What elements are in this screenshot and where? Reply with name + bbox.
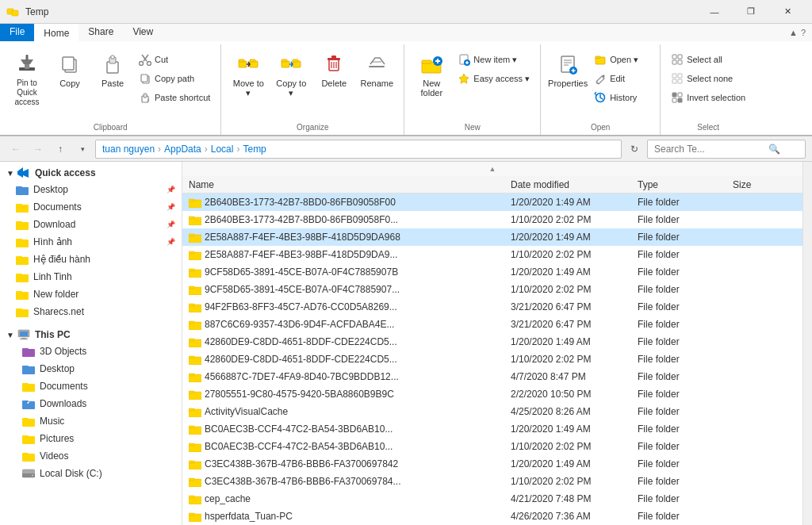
- properties-button[interactable]: Properties: [547, 48, 588, 95]
- forward-button[interactable]: →: [29, 140, 48, 159]
- table-row[interactable]: 2E58A887-F4EF-4BE3-98BF-418D5D9DA9...1/1…: [182, 246, 802, 263]
- breadcrumb-item[interactable]: AppData: [164, 144, 201, 155]
- svg-marker-68: [17, 167, 29, 178]
- table-row[interactable]: hsperfdata_Tuan-PC4/26/2020 7:36 AMFile …: [182, 508, 802, 525]
- history-button[interactable]: History: [590, 89, 653, 106]
- minimize-button[interactable]: —: [696, 0, 733, 24]
- move-to-button[interactable]: Move to ▾: [228, 48, 269, 102]
- file-date-cell: 1/20/2020 1:49 AM: [511, 458, 638, 469]
- file-name-text: 2B640BE3-1773-42B7-8BD0-86FB09058F00: [205, 197, 396, 208]
- sidebar-item-desktop[interactable]: Desktop 📌: [0, 181, 182, 198]
- refresh-button[interactable]: ↻: [625, 140, 644, 159]
- sidebar-item-linh-tinh[interactable]: Linh Tinh: [0, 268, 182, 285]
- help-btn[interactable]: ?: [801, 28, 806, 37]
- quick-access-header[interactable]: ▼ Quick access: [0, 165, 182, 181]
- table-row[interactable]: 94F2FB63-8FF3-45C7-AD76-CC0D5A8269...3/2…: [182, 298, 802, 316]
- sidebar-item-local-disk[interactable]: Local Disk (C:): [0, 465, 182, 482]
- recent-button[interactable]: ▾: [73, 140, 92, 159]
- sidebar-item-videos[interactable]: Videos: [0, 447, 182, 465]
- new-item-button[interactable]: New item ▾: [454, 51, 534, 68]
- table-row[interactable]: 2B640BE3-1773-42B7-8BD0-86FB09058F0...1/…: [182, 211, 802, 228]
- select-all-button[interactable]: Select all: [667, 51, 749, 68]
- column-size[interactable]: Size: [733, 179, 796, 190]
- new-folder-sidebar-icon: [16, 289, 29, 300]
- paste-shortcut-button[interactable]: ↗ Paste shortcut: [135, 89, 214, 106]
- breadcrumb-item[interactable]: Local: [211, 144, 234, 155]
- svg-rect-137: [189, 461, 194, 463]
- column-name[interactable]: Name: [189, 179, 511, 190]
- window-controls[interactable]: — ❐ ✕: [696, 0, 806, 24]
- search-box[interactable]: 🔍: [647, 140, 806, 159]
- copy-to-button[interactable]: Copy to ▾: [270, 48, 312, 102]
- copy-path-button[interactable]: Copy path: [135, 70, 214, 87]
- column-type[interactable]: Type: [638, 179, 733, 190]
- rename-button[interactable]: Rename: [356, 48, 397, 95]
- this-pc-header[interactable]: ▼ This PC: [0, 327, 182, 343]
- close-button[interactable]: ✕: [769, 0, 806, 24]
- invert-selection-button[interactable]: Invert selection: [667, 89, 749, 106]
- table-row[interactable]: C3EC438B-367B-47B6-BBB6-FA37006978421/20…: [182, 455, 802, 473]
- file-name-cell: ActivityVisualCache: [189, 406, 511, 417]
- back-button[interactable]: ←: [6, 140, 25, 159]
- easy-access-button[interactable]: Easy access ▾: [454, 70, 534, 87]
- breadcrumb-item[interactable]: tuan nguyen: [102, 144, 155, 155]
- table-row[interactable]: 9CF58D65-3891-45CE-B07A-0F4C7885907...1/…: [182, 281, 802, 298]
- search-input[interactable]: [654, 144, 765, 155]
- svg-rect-123: [189, 339, 194, 341]
- folder-icon: [189, 354, 201, 365]
- table-row[interactable]: 27805551-9C80-4575-9420-5BA8860B9B9C2/2/…: [182, 385, 802, 403]
- file-name-cell: C3EC438B-367B-47B6-BBB6-FA3700697842: [189, 458, 511, 469]
- sidebar-item-desktop-pc[interactable]: Desktop: [0, 360, 182, 377]
- breadcrumb[interactable]: tuan nguyen › AppData › Local › Temp: [95, 140, 622, 159]
- table-row[interactable]: ActivityVisualCache4/25/2020 8:26 AMFile…: [182, 403, 802, 420]
- sidebar-item-download[interactable]: Download 📌: [0, 216, 182, 233]
- sidebar-item-downloads-pc[interactable]: Downloads: [0, 395, 182, 412]
- sidebar-item-documents-pc[interactable]: Documents: [0, 377, 182, 395]
- tab-file[interactable]: File: [0, 24, 34, 41]
- sidebar-item-pictures[interactable]: Pictures: [0, 430, 182, 447]
- table-row[interactable]: 42860DE9-C8DD-4651-8DDF-CDE224CD5...1/10…: [182, 351, 802, 368]
- cut-button[interactable]: Cut: [135, 51, 214, 68]
- file-date-cell: 4/25/2020 8:26 AM: [511, 406, 638, 417]
- table-row[interactable]: 4566887C-7DE7-4FA9-8D40-7BC9BDDB12...4/7…: [182, 368, 802, 385]
- select-none-button[interactable]: Select none: [667, 70, 749, 87]
- delete-button[interactable]: Delete: [313, 48, 354, 95]
- sidebar-item-he-dieu-hanh[interactable]: Hệ điều hành: [0, 251, 182, 268]
- open-button[interactable]: Open ▾: [590, 51, 653, 68]
- table-row[interactable]: 9CF58D65-3891-45CE-B07A-0F4C7885907B1/20…: [182, 263, 802, 281]
- sidebar-item-sharecs[interactable]: Sharecs.net: [0, 303, 182, 320]
- table-row[interactable]: 42860DE9-C8DD-4651-8DDF-CDE224CD5...1/20…: [182, 333, 802, 351]
- right-scrollbar[interactable]: [802, 162, 812, 525]
- breadcrumb-item[interactable]: Temp: [243, 144, 266, 155]
- column-date[interactable]: Date modified: [511, 179, 638, 190]
- tab-share[interactable]: Share: [79, 24, 123, 41]
- clipboard-label: Clipboard: [0, 123, 220, 132]
- select-none-icon: [671, 72, 684, 85]
- sidebar-item-documents[interactable]: Documents 📌: [0, 198, 182, 216]
- pin-to-quick-access-button[interactable]: Pin to Quick access: [6, 48, 48, 111]
- new-folder-button[interactable]: New folder: [411, 48, 452, 102]
- download-folder-icon: [16, 219, 29, 230]
- sidebar-item-3d-objects[interactable]: 3D Objects: [0, 343, 182, 360]
- file-name-cell: 27805551-9C80-4575-9420-5BA8860B9B9C: [189, 389, 511, 400]
- sidebar-resize-handle[interactable]: [178, 162, 182, 509]
- ribbon-collapse-btn[interactable]: ▲: [789, 28, 798, 37]
- sidebar-item-new-folder[interactable]: New folder: [0, 285, 182, 303]
- table-row[interactable]: BC0AEC3B-CCF4-47C2-BA54-3BD6AB10...1/20/…: [182, 420, 802, 438]
- tab-home[interactable]: Home: [34, 24, 79, 41]
- table-row[interactable]: cep_cache4/21/2020 7:48 PMFile folder: [182, 490, 802, 508]
- copy-button[interactable]: Copy: [49, 48, 90, 95]
- local-disk-label: Local Disk (C:): [40, 468, 102, 479]
- maximize-button[interactable]: ❐: [733, 0, 769, 24]
- up-button[interactable]: ↑: [51, 140, 70, 159]
- table-row[interactable]: 887C6C69-9357-43D6-9D4F-ACFDABA4E...3/21…: [182, 316, 802, 333]
- table-row[interactable]: 2E58A887-F4EF-4BE3-98BF-418D5D9DA9681/20…: [182, 228, 802, 246]
- sidebar-item-music[interactable]: Music: [0, 412, 182, 430]
- table-row[interactable]: 2B640BE3-1773-42B7-8BD0-86FB09058F001/20…: [182, 194, 802, 211]
- paste-button[interactable]: Paste: [92, 48, 133, 95]
- table-row[interactable]: BC0AEC3B-CCF4-47C2-BA54-3BD6AB10...1/10/…: [182, 438, 802, 455]
- table-row[interactable]: C3EC438B-367B-47B6-BBB6-FA370069784...1/…: [182, 473, 802, 490]
- sidebar-item-hinh-anh[interactable]: Hình ảnh 📌: [0, 233, 182, 251]
- edit-button[interactable]: Edit: [590, 70, 653, 87]
- tab-view[interactable]: View: [123, 24, 163, 41]
